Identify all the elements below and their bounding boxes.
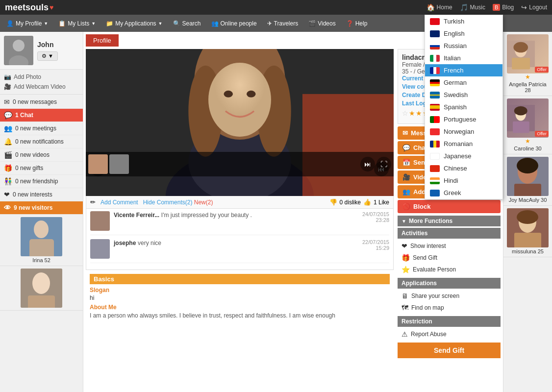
about-me-text: I am a person who always smiles. I belie… [90,312,390,320]
comment-avatar-2 [90,239,110,259]
home-icon: 🏠 [427,3,435,11]
flag-english [430,30,440,37]
lang-german[interactable]: German [425,76,502,89]
notif-friendship[interactable]: 👫 0 new friendship [0,175,83,188]
sidebar-photo-irina[interactable]: Irina 52 [0,215,83,266]
find-map-action[interactable]: 🗺 Find on map [398,302,501,314]
music-link[interactable]: 🎵 Music [460,3,485,11]
send-gift-action[interactable]: 🎁 Send Gift [398,252,501,264]
svg-rect-26 [513,122,529,133]
lang-chinese[interactable]: Chinese [425,162,502,174]
lang-portuguese[interactable]: Portuguese [425,113,502,125]
videos-icon: 🎬 [308,20,316,27]
flag-german [430,79,440,86]
message-icon: ✉ [402,129,408,137]
notif-messages[interactable]: ✉ 0 new messages [0,96,83,109]
logo-heart: ♥ [50,3,53,11]
suggested-person-angella[interactable]: Offer ★ Angella Patricia 28 [503,32,552,96]
search-icon: 🔍 [173,20,180,27]
suggested-person-caroline[interactable]: Offer ★ Caroline 30 [503,96,552,154]
lang-hindi[interactable]: Hindi [425,174,502,187]
hide-comments-link[interactable]: Hide Comments(2) New(2) [143,199,213,206]
notif-videos[interactable]: 🎬 0 new videos [0,148,83,162]
like-button[interactable]: 👍 [363,198,371,206]
online-people-icon: 👥 [211,20,219,27]
report-abuse-action[interactable]: ⚠ Report Abuse [398,328,501,340]
notif-gifts[interactable]: 🎁 0 new gifts [0,162,83,175]
thumbnail-strip: ⏭ ⛶ [86,152,394,176]
nav-videos[interactable]: 🎬 Videos [304,18,339,29]
svg-point-1 [13,40,25,51]
nav-my-profile[interactable]: 👤 My Profile ▼ [2,18,52,29]
add-webcam-action[interactable]: 🎥 Add Webcam Video [4,82,79,92]
irina-name: Irina 52 [32,257,50,263]
svg-rect-8 [28,295,55,308]
gear-icon: ⚙ [42,53,47,59]
dislike-button[interactable]: 👎 [329,198,337,206]
music-icon: 🎵 [460,3,468,11]
nav-travelers[interactable]: ✈ Travelers [263,18,302,29]
lang-russian[interactable]: Russian [425,40,502,52]
lang-turkish[interactable]: Turkish [425,15,502,27]
notif-notifications[interactable]: 🔔 0 new notifications [0,135,83,148]
nav-my-applications[interactable]: 📁 My Applications ▼ [102,18,166,29]
notif-interests[interactable]: ❤ 0 new interests [0,188,83,201]
more-functions-header[interactable]: ▼ More Functions [398,216,501,226]
left-sidebar: John ⚙ ▼ 📷 Add Photo 🎥 Add Webcam Video … [0,32,83,392]
lang-romanian[interactable]: Romanian [425,138,502,150]
share-screen-action[interactable]: 🖥 Share your screen [398,290,501,302]
skip-forward-button[interactable]: ⏭ [360,157,375,172]
friendship-icon: 👫 [4,177,12,185]
avatar-image [4,36,33,65]
logout-link[interactable]: ↪ Logout [521,3,547,11]
suggested-person-missuluna[interactable]: missuluna 25 [503,206,552,257]
dropdown-arrow: ▼ [91,21,96,26]
nav-online-people[interactable]: 👥 Online people [207,18,261,29]
gear-button[interactable]: ⚙ ▼ [37,51,58,61]
lang-japanese[interactable]: Japanese [425,150,502,162]
evaluate-action[interactable]: ⭐ Evaluate Person [398,264,501,275]
lang-french[interactable]: French [425,64,502,76]
notif-chat[interactable]: 💬 1 Chat [0,109,83,122]
nav-search[interactable]: 🔍 Search [169,18,205,29]
svg-point-15 [208,63,271,137]
chat-icon: 💬 [4,111,12,119]
lang-swedish[interactable]: Swedish [425,89,502,101]
lang-english[interactable]: English [425,27,502,40]
block-button[interactable]: 🚫 Block [398,200,501,213]
fullscreen-button[interactable]: ⛶ [376,157,391,172]
lang-spanish[interactable]: Spanish [425,101,502,113]
blog-link[interactable]: B Blog [493,4,514,11]
interest-icon: ❤ [401,242,407,250]
lang-norwegian[interactable]: Norwegian [425,125,502,138]
missuluna-photo [507,208,549,247]
nav-help[interactable]: ❓ Help [342,18,372,29]
thumb-1[interactable] [88,154,108,174]
notif-visitors[interactable]: 👁 9 new visitors [0,201,83,215]
profile-tab[interactable]: Profile [86,34,119,47]
sidebar-photo-2[interactable] [0,266,83,311]
comment-body-1: Vicente Ferreir... I'm just impressed by… [114,211,358,231]
svg-point-29 [517,158,538,173]
lang-greek[interactable]: Greek [425,187,502,199]
show-interest-action[interactable]: ❤ Show interest [398,240,501,252]
notif-meetings[interactable]: 👥 0 new meetings [0,122,83,135]
comment-date-1: 24/07/2015 23:28 [362,211,389,231]
send-gift-button[interactable]: Send Gift [398,343,501,358]
visitors-icon: 👁 [4,204,11,212]
star-radio[interactable]: ☆ [402,109,408,117]
logo[interactable]: meetsouls ♥ [5,2,53,13]
add-comment-link[interactable]: Add Comment [100,199,138,206]
svg-point-16 [224,91,233,98]
lang-italian[interactable]: Italian [425,52,502,64]
nav-my-lists[interactable]: 📋 My Lists ▼ [54,18,100,29]
meetings-icon: 👥 [4,124,12,132]
home-link[interactable]: 🏠 Home [427,3,452,11]
notifications-icon: 🔔 [4,138,12,146]
suggested-person-joy[interactable]: Joy MacAuly 30 [503,154,552,206]
logo-text: meetsouls [5,2,49,13]
thumb-2[interactable] [109,154,129,174]
help-icon: ❓ [346,20,353,27]
add-photo-action[interactable]: 📷 Add Photo [4,72,79,82]
svg-point-4 [34,220,49,238]
